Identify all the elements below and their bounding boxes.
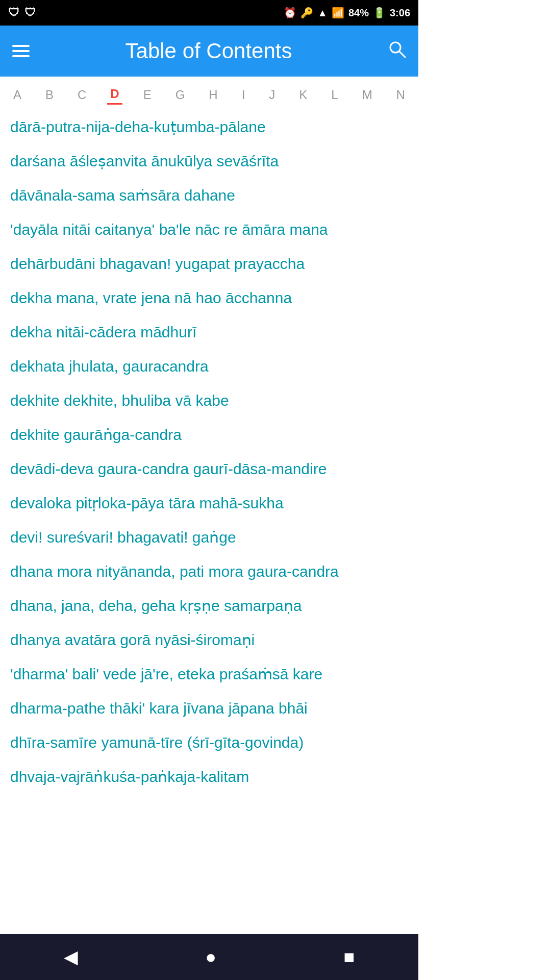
time-display: 3:06 [390,7,410,19]
back-button[interactable]: ◀ [64,946,78,968]
app-bar: Table of Contents [0,26,418,77]
toc-item-17[interactable]: dharma-pathe thāki' kara jīvana jāpana b… [10,691,408,725]
alpha-k[interactable]: K [296,86,310,104]
shield-icon-1: 🛡 [8,6,19,19]
toc-item-8[interactable]: dekhite dekhite, bhuliba vā kabe [10,383,408,418]
toc-item-1[interactable]: darśana āśleṣanvita ānukūlya sevāśrīta [10,144,408,178]
alpha-h[interactable]: H [206,86,220,104]
alpha-a[interactable]: A [10,86,24,104]
key-icon: 🔑 [300,7,313,19]
alpha-e[interactable]: E [140,86,155,104]
toc-item-7[interactable]: dekhata jhulata, gauracandra [10,349,408,383]
battery-icon: 🔋 [373,7,386,19]
toc-item-3[interactable]: 'dayāla nitāi caitanya' ba'le nāc re āmā… [10,212,408,247]
toc-item-5[interactable]: dekha mana, vrate jena nā hao ācchanna [10,281,408,315]
toc-item-16[interactable]: 'dharma' bali' vede jā're, eteka praśaṁs… [10,657,408,691]
toc-item-10[interactable]: devādi-deva gaura-candra gaurī-dāsa-mand… [10,452,408,486]
wifi-icon: ▲ [317,7,328,19]
toc-item-15[interactable]: dhanya avatāra gorā nyāsi-śiromaṇi [10,623,408,657]
status-bar-left: 🛡 🛡 [8,6,36,19]
alarm-icon: ⏰ [284,7,296,19]
toc-list: dārā-putra-nija-deha-kuṭumba-pālanedarśa… [0,105,418,809]
alpha-n[interactable]: N [393,86,408,104]
toc-item-18[interactable]: dhīra-samīre yamunā-tīre (śrī-gīta-govin… [10,725,408,760]
toc-item-4[interactable]: dehārbudāni bhagavan! yugapat prayaccha [10,247,408,281]
battery-percent: 84% [348,7,369,19]
status-bar: 🛡 🛡 ⏰ 🔑 ▲ 📶 84% 🔋 3:06 [0,0,418,26]
toc-item-6[interactable]: dekha nitāi-cādera mādhurī [10,315,408,349]
alpha-b[interactable]: B [42,86,57,104]
toc-item-12[interactable]: devi! sureśvari! bhagavati! gaṅge [10,520,408,554]
alpha-d[interactable]: D [107,85,122,105]
alpha-l[interactable]: L [328,86,341,104]
svg-line-1 [399,52,405,57]
page-title: Table of Contents [126,39,292,63]
toc-item-11[interactable]: devaloka pitṛloka-pāya tāra mahā-sukha [10,486,408,520]
recent-button[interactable]: ■ [344,946,355,968]
alpha-c[interactable]: C [74,86,89,104]
alpha-j[interactable]: J [266,86,278,104]
toc-item-19[interactable]: dhvaja-vajrāṅkuśa-paṅkaja-kalitam [10,760,408,794]
menu-button[interactable] [12,45,30,57]
home-button[interactable]: ● [205,946,216,968]
alphabet-bar: ABCDEGHIJKLMN [0,77,418,105]
signal-icon: 📶 [332,7,344,19]
toc-item-2[interactable]: dāvānala-sama saṁsāra dahane [10,178,408,212]
toc-item-14[interactable]: dhana, jana, deha, geha kṛṣṇe samarpaṇa [10,589,408,623]
toc-item-0[interactable]: dārā-putra-nija-deha-kuṭumba-pālane [10,110,408,144]
alpha-m[interactable]: M [359,86,375,104]
toc-item-13[interactable]: dhana mora nityānanda, pati mora gaura-c… [10,554,408,589]
alpha-i[interactable]: I [239,86,248,104]
toc-item-9[interactable]: dekhite gaurāṅga-candra [10,418,408,452]
search-button[interactable] [388,40,406,63]
bottom-nav: ◀ ● ■ [0,934,418,980]
status-bar-right: ⏰ 🔑 ▲ 📶 84% 🔋 3:06 [284,7,410,19]
alpha-g[interactable]: G [172,86,188,104]
shield-icon-2: 🛡 [24,6,36,19]
